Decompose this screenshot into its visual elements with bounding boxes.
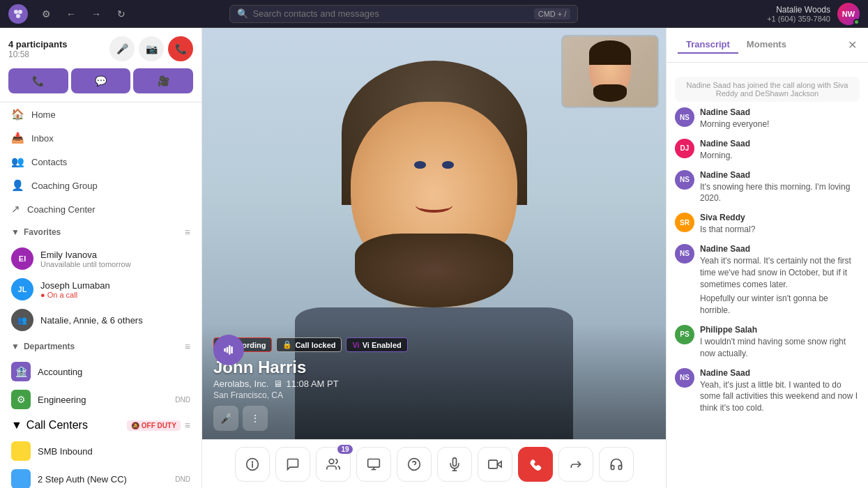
favorite-item-group[interactable]: 👥 Natalie, Annie, & 6 others: [0, 305, 201, 335]
video-action-button[interactable]: 🎥: [133, 68, 193, 93]
dept-item-engineering[interactable]: ⚙ Engineering DND: [0, 386, 201, 413]
sidebar-item-coaching-center-label: Coaching Center: [27, 204, 96, 215]
app-logo: [8, 4, 28, 24]
end-call-button[interactable]: 📞: [168, 36, 193, 61]
bottom-toolbar: 19: [202, 439, 666, 488]
siva-avatar: SR: [675, 213, 694, 232]
face-eye-left: [414, 161, 426, 169]
share-screen-btn[interactable]: [558, 447, 593, 482]
transcript-msg-2: DJ Nadine Saad Morning.: [675, 139, 860, 162]
departments-chevron[interactable]: ▼: [11, 342, 20, 351]
emily-info: Emily Ivanova Unavailable until tomorrow: [40, 250, 190, 268]
sidebar: 4 participants 10:58 🎤 📷 📞 📞 💬 🎥 🏠 Home: [0, 28, 202, 488]
mute-button[interactable]: 🎤: [109, 36, 135, 61]
tab-transcript[interactable]: Transcript: [678, 36, 738, 54]
msg-text-1: Morning everyone!: [700, 119, 860, 130]
msg-text-5a: Yeah it's normal. It's certainly not the…: [700, 255, 860, 290]
main-layout: 4 participants 10:58 🎤 📷 📞 📞 💬 🎥 🏠 Home: [0, 28, 868, 488]
favorites-edit-icon[interactable]: ≡: [185, 227, 190, 238]
nadine-avatar-3: NS: [675, 170, 694, 190]
call-centers-chevron[interactable]: ▼: [11, 419, 22, 432]
sidebar-item-inbox-label: Inbox: [31, 133, 54, 144]
contacts-icon: 👥: [11, 155, 24, 168]
nadine-avatar-1: NS: [675, 107, 694, 127]
favorites-header: ▼ Favorites ≡: [0, 221, 201, 243]
msg-text-6: I wouldn't mind having some snow right n…: [700, 336, 860, 360]
call-centers-header-left: ▼ Call Centers: [11, 419, 88, 432]
departments-edit-icon[interactable]: ≡: [185, 341, 190, 352]
forward-button[interactable]: →: [86, 4, 106, 24]
favorite-item-joseph[interactable]: JL Joseph Lumaban On a call: [0, 274, 201, 305]
caller-location: San Francisco, CA: [213, 390, 655, 400]
avatar[interactable]: NW: [837, 3, 860, 25]
end-call-toolbar-btn[interactable]: [518, 447, 553, 482]
cc-item-smb[interactable]: SMB Inbound: [0, 437, 201, 465]
sidebar-item-contacts[interactable]: 👥 Contacts: [0, 150, 201, 174]
search-input[interactable]: [252, 8, 529, 19]
right-panel-close-button[interactable]: ✕: [848, 38, 857, 52]
settings-button[interactable]: ⚙: [36, 4, 56, 24]
msg-content-7: Nadine Saad Yeah, it's just a little bit…: [700, 368, 860, 414]
help-toolbar-btn[interactable]: [397, 447, 432, 482]
sidebar-item-coaching-group[interactable]: 👤 Coaching Group: [0, 174, 201, 197]
pip-beard: [593, 84, 627, 102]
svg-point-10: [329, 459, 334, 464]
transcript-msg-5: NS Nadine Saad Yeah it's normal. It's ce…: [675, 244, 860, 317]
center-panel: Recording 🔒 Call locked Vi Vi Enabled Jo…: [202, 28, 666, 488]
nav-buttons: ⚙ ← → ↻: [36, 4, 131, 24]
more-options-btn[interactable]: ⋮: [243, 406, 268, 431]
face-smile: [416, 198, 452, 213]
mic-toggle-btn[interactable]: 🎤: [213, 406, 238, 431]
favorite-item-emily[interactable]: EI Emily Ivanova Unavailable until tomor…: [0, 243, 201, 274]
msg-text-2: Morning.: [700, 150, 860, 162]
departments-header: ▼ Departments ≡: [0, 335, 201, 358]
favorites-chevron[interactable]: ▼: [11, 227, 20, 237]
sidebar-item-inbox[interactable]: 📥 Inbox: [0, 126, 201, 150]
chat-action-button[interactable]: 💬: [71, 68, 131, 93]
engineering-name: Engineering: [38, 395, 168, 405]
refresh-button[interactable]: ↻: [112, 4, 131, 24]
cc-item-2step[interactable]: 2 Step Auth (New CC) DND: [0, 465, 201, 488]
joseph-name: Joseph Lumaban: [40, 280, 190, 291]
departments-header-left: ▼ Departments: [11, 342, 75, 351]
camera-btn[interactable]: [478, 447, 512, 482]
top-bar-right: Natalie Woods +1 (604) 359-7840 NW: [767, 3, 860, 25]
tab-moments[interactable]: Moments: [738, 36, 795, 54]
audio-mute-btn[interactable]: [437, 447, 472, 482]
group-avatar: 👥: [11, 309, 33, 331]
nadine-avatar-5: NS: [675, 244, 694, 264]
info-toolbar-btn[interactable]: [235, 447, 270, 482]
msg-content-4: Siva Reddy Is that normal?: [700, 213, 860, 236]
sidebar-item-contacts-label: Contacts: [31, 157, 67, 167]
svg-marker-18: [497, 461, 501, 466]
call-centers-header: ▼ Call Centers 🔕 OFF DUTY ≡: [0, 413, 201, 437]
group-name: Natalie, Annie, & 6 others: [40, 315, 190, 326]
participants-toolbar-btn[interactable]: 19: [316, 447, 351, 482]
transcript-msg-3: NS Nadine Saad It's snowing here this mo…: [675, 170, 860, 205]
accounting-icon: 🏦: [11, 362, 31, 381]
video-area: Recording 🔒 Call locked Vi Vi Enabled Jo…: [202, 28, 666, 439]
chat-toolbar-btn[interactable]: [275, 447, 310, 482]
call-participants: 4 participants: [8, 39, 104, 49]
transcript-area: Nadine Saad has joined the call along wi…: [667, 63, 868, 488]
call-centers-edit-icon[interactable]: ≡: [185, 420, 190, 431]
phone-action-button[interactable]: 📞: [8, 68, 68, 93]
dept-item-accounting[interactable]: 🏦 Accounting: [0, 358, 201, 386]
right-panel-tabs: Transcript Moments: [678, 36, 795, 54]
svg-rect-4: [227, 347, 229, 353]
msg-text-4: Is that normal?: [700, 224, 860, 236]
video-toggle-button[interactable]: 📷: [139, 36, 164, 61]
speaker-icon: [213, 335, 244, 365]
pip-hair: [589, 40, 631, 65]
call-info: 4 participants 10:58 🎤 📷 📞: [8, 36, 193, 61]
back-button[interactable]: ←: [61, 4, 81, 24]
svg-rect-19: [488, 460, 497, 468]
call-panel: 4 participants 10:58 🎤 📷 📞 📞 💬 🎥: [0, 28, 201, 102]
smb-dot: [11, 441, 31, 461]
screen-toolbar-btn[interactable]: [356, 447, 391, 482]
headset-btn[interactable]: [599, 447, 634, 482]
sidebar-item-home[interactable]: 🏠 Home: [0, 102, 201, 126]
msg-sender-1: Nadine Saad: [700, 107, 860, 117]
2step-dot: [11, 469, 31, 488]
sidebar-item-coaching-center[interactable]: ↗ Coaching Center: [0, 197, 201, 221]
